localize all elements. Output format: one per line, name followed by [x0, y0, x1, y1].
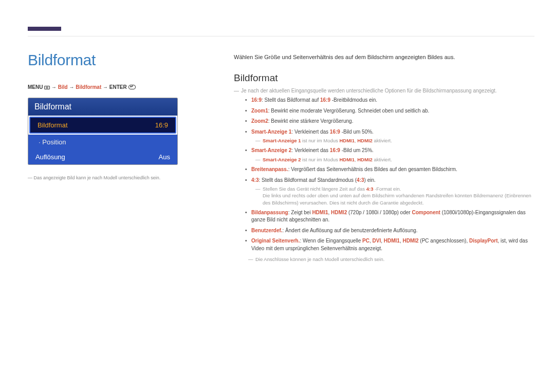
- option-4-3: 4:3: Stellt das Bildformat auf Standardm…: [245, 177, 534, 206]
- option-zoom1: Zoom1: Bewirkt eine moderate Vergrößerun…: [245, 107, 534, 115]
- left-column: Bildformat MENU → Bild → Bildformat → EN…: [28, 51, 192, 180]
- breadcrumb-enter: ENTER: [109, 84, 127, 90]
- breadcrumb-bildformat: Bildformat: [76, 84, 101, 90]
- panel-row-value: 16:9: [155, 121, 168, 129]
- panel-row-value: Aus: [159, 153, 170, 161]
- panel-row-label: Bildformat: [38, 121, 68, 129]
- panel-row-label: Position: [39, 138, 66, 146]
- option-smart1: Smart-Anzeige 1: Verkleinert das 16:9 -B…: [245, 128, 534, 144]
- option-breitenanpass: Breitenanpass.: Vergrößert das Seitenver…: [245, 166, 534, 174]
- enter-icon: [128, 85, 136, 89]
- option-16-9: 16:9: Stellt das Bildformat auf 16:9 -Br…: [245, 97, 534, 104]
- panel-row-bildformat[interactable]: Bildformat 16:9: [29, 117, 176, 134]
- section-heading: Bildformat: [234, 72, 534, 84]
- panel-row-position[interactable]: Position: [28, 135, 177, 150]
- header-divider: [28, 36, 534, 36]
- option-zoom2: Zoom2: Bewirkt eine stärkere Vergrößerun…: [245, 118, 534, 125]
- right-column: Wählen Sie Größe und Seitenverhältnis de…: [234, 54, 534, 262]
- page-title: Bildformat: [28, 51, 192, 69]
- breadcrumb-bild: Bild: [58, 84, 68, 90]
- breadcrumb: MENU → Bild → Bildformat → ENTER: [28, 84, 192, 90]
- intro-text: Wählen Sie Größe und Seitenverhältnis de…: [234, 54, 534, 60]
- panel-row-label: Auflösung: [35, 153, 65, 161]
- option-smart2-note: Smart-Anzeige 2 ist nur im Modus HDMI1, …: [256, 156, 534, 163]
- breadcrumb-menu: MENU: [28, 84, 43, 90]
- header-accent: [28, 27, 61, 31]
- final-note: Die Anschlüsse können je nach Modell unt…: [249, 256, 534, 262]
- panel-row-aufloesung[interactable]: Auflösung Aus: [28, 150, 177, 164]
- menu-icon: [44, 86, 50, 89]
- top-note: Je nach der aktuellen Eingangsquelle wer…: [236, 88, 534, 94]
- osd-panel: Bildformat Bildformat 16:9 Position Aufl…: [28, 98, 178, 165]
- option-bildanpassung: Bildanpassung: Zeigt bei HDMI1, HDMI2 (7…: [245, 209, 534, 224]
- panel-disclaimer: Das angezeigte Bild kann je nach Modell …: [28, 175, 192, 180]
- option-original-seitenverh: Original Seitenverh.: Wenn die Eingangsq…: [245, 237, 534, 252]
- option-smart2: Smart-Anzeige 2: Verkleinert das 16:9 -B…: [245, 147, 534, 163]
- panel-title: Bildformat: [28, 98, 177, 116]
- option-benutzerdef: Benutzerdef.: Ändert die Auflösung auf d…: [245, 227, 534, 235]
- option-4-3-warning: Stellen Sie das Gerät nicht längere Zeit…: [256, 185, 534, 206]
- option-list: 16:9: Stellt das Bildformat auf 16:9 -Br…: [245, 97, 534, 252]
- option-smart1-note: Smart-Anzeige 1 ist nur im Modus HDMI1, …: [256, 137, 534, 144]
